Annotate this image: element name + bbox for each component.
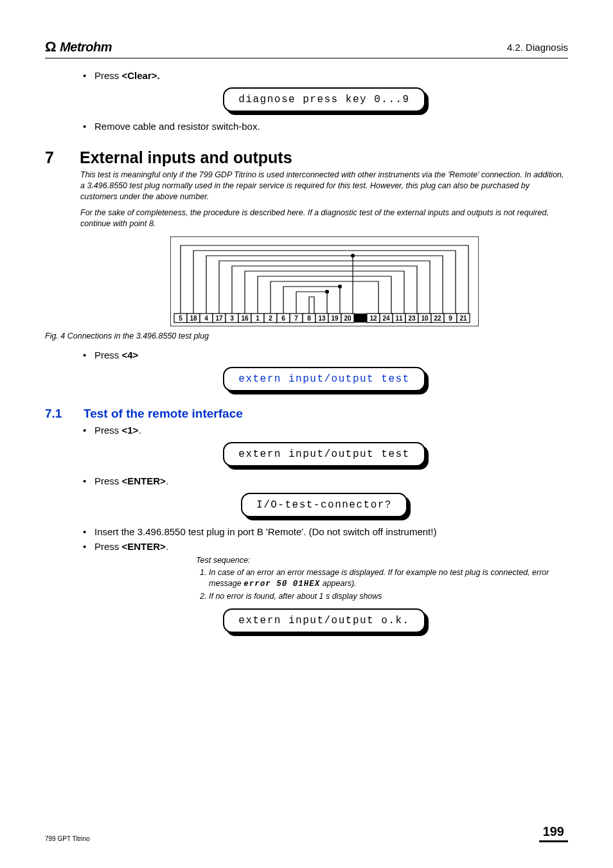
brand-logo: Ω Metrohm	[45, 39, 112, 55]
svg-text:20: 20	[344, 315, 351, 322]
svg-text:1: 1	[256, 315, 260, 322]
svg-text:17: 17	[215, 315, 223, 322]
display-extern-test-blue: extern input/output test	[223, 367, 425, 391]
svg-text:3: 3	[230, 315, 234, 322]
subsection-number: 7.1	[45, 407, 73, 421]
test-sequence-title: Test sequence:	[196, 556, 568, 565]
svg-text:23: 23	[408, 315, 416, 322]
test-seq-item-2: If no error is found, after about 1 s di…	[209, 591, 568, 602]
brand-name: Metrohm	[60, 40, 112, 55]
svg-point-1	[338, 285, 342, 288]
test-sequence-block: Test sequence: In case of an error an er…	[196, 556, 568, 602]
svg-text:13: 13	[318, 315, 326, 322]
section-title: External inputs and outputs	[80, 148, 292, 167]
svg-text:10: 10	[421, 315, 429, 322]
svg-text:21: 21	[459, 315, 467, 322]
subsection-title: Test of the remote interface	[84, 407, 243, 421]
svg-text:24: 24	[382, 315, 390, 322]
footer-doc-name: 799 GPT Titrino	[45, 835, 90, 842]
svg-text:8: 8	[307, 315, 311, 322]
page-header: Ω Metrohm 4.2. Diagnosis	[45, 39, 568, 58]
section-7-heading: 7 External inputs and outputs	[45, 148, 568, 167]
svg-text:2: 2	[269, 315, 272, 322]
key-1: <1>	[122, 425, 139, 436]
header-section-label: 4.2. Diagnosis	[507, 42, 568, 53]
svg-text:11: 11	[395, 315, 403, 322]
key-enter: <ENTER>	[122, 475, 166, 486]
svg-text:5: 5	[179, 315, 182, 322]
display-diagnose: diagnose press key 0...9	[223, 87, 425, 112]
svg-text:16: 16	[241, 315, 249, 322]
bullet-press-1: Press <1>.	[80, 425, 568, 436]
section-number: 7	[45, 148, 66, 167]
test-plug-diagram: 51841731612678131920122411231022921	[80, 236, 568, 326]
section7-note2: For the sake of completeness, the proced…	[80, 208, 568, 229]
key-4: <4>	[122, 350, 139, 360]
display-extern-test: extern input/output test	[223, 442, 425, 466]
svg-text:22: 22	[434, 315, 441, 322]
omega-icon: Ω	[45, 39, 56, 55]
display-io-connector: I/O-test-connector?	[241, 493, 407, 517]
svg-text:19: 19	[331, 315, 339, 322]
svg-text:6: 6	[281, 315, 285, 322]
key-clear: <Clear>.	[122, 70, 160, 81]
bullet-press-clear: Press <Clear>.	[80, 70, 568, 81]
section-7-1-heading: 7.1 Test of the remote interface	[45, 407, 568, 421]
bullet-insert-plug: Insert the 3.496.8550 test plug in port …	[80, 526, 568, 537]
svg-text:4: 4	[204, 315, 208, 322]
bullet-press-4: Press <4>	[80, 350, 568, 360]
figure-4-caption: Fig. 4 Connections in the 3.496.8550 tes…	[45, 332, 568, 341]
display-extern-ok: extern input/output o.k.	[223, 608, 425, 633]
svg-text:7: 7	[294, 315, 298, 322]
bullet-press-enter-2: Press <ENTER>.	[80, 541, 568, 552]
svg-text:18: 18	[190, 315, 197, 322]
page-number: 199	[539, 824, 568, 842]
key-enter-2: <ENTER>	[122, 541, 166, 552]
svg-text:9: 9	[449, 315, 452, 322]
bullet-press-enter-1: Press <ENTER>.	[80, 475, 568, 486]
bullet-remove-cable: Remove cable and resistor switch-box.	[80, 121, 568, 132]
svg-rect-33	[354, 314, 367, 323]
section7-note1: This test is meaningful only if the 799 …	[80, 170, 568, 202]
svg-point-2	[325, 290, 329, 294]
test-seq-item-1: In case of an error an error message is …	[209, 567, 568, 590]
page-footer: 799 GPT Titrino 199	[45, 824, 568, 842]
svg-text:12: 12	[369, 315, 377, 322]
error-code: error 50 01HEX	[244, 580, 320, 589]
